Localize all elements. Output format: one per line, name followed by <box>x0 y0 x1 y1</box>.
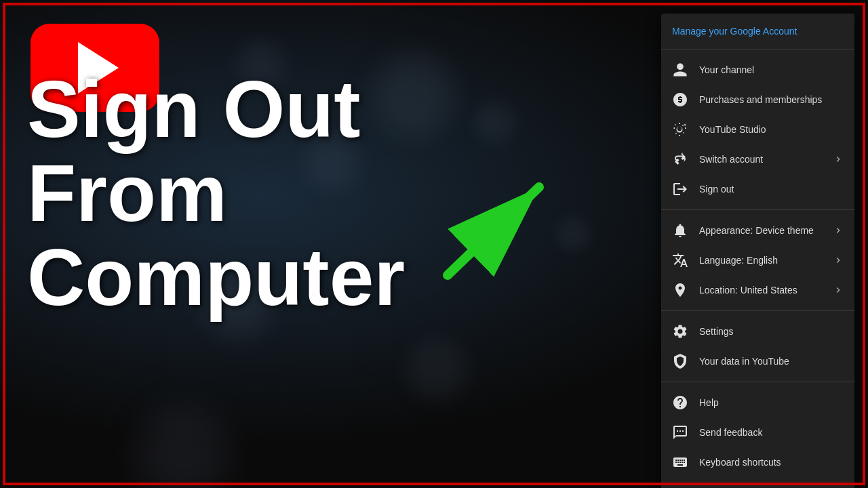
your-data-item[interactable]: Your data in YouTube <box>661 346 854 376</box>
theme-icon <box>672 222 688 239</box>
sign-out-label: Sign out <box>699 184 844 195</box>
language-item[interactable]: Language: English <box>661 245 854 275</box>
send-feedback-item[interactable]: Send feedback <box>661 418 854 447</box>
location-chevron-icon <box>833 285 844 296</box>
menu-section-2: Appearance: Device theme Language: Engli… <box>661 210 854 311</box>
main-text: Sign Out From Computer <box>27 68 405 320</box>
menu-section-3: Settings Your data in YouTube <box>661 311 854 382</box>
purchases-item[interactable]: Purchases and memberships <box>661 85 854 115</box>
signout-icon <box>672 181 688 197</box>
person-icon <box>672 62 688 78</box>
switch-account-chevron-icon <box>833 154 844 165</box>
studio-icon <box>672 121 688 138</box>
appearance-label: Appearance: Device theme <box>699 225 822 236</box>
youtube-studio-item[interactable]: YouTube Studio <box>661 115 854 144</box>
switch-account-item[interactable]: Switch account <box>661 144 854 174</box>
send-feedback-label: Send feedback <box>699 427 844 438</box>
settings-icon <box>672 323 688 340</box>
your-channel-item[interactable]: Your channel <box>661 55 854 85</box>
manage-account-label: Manage your Google Account <box>672 26 797 37</box>
switch-account-label: Switch account <box>699 154 822 165</box>
dollar-icon <box>672 92 688 108</box>
help-icon <box>672 394 688 411</box>
main-text-line2: From <box>27 152 405 236</box>
restricted-mode-section: Restricted Mode: Off <box>661 483 854 488</box>
language-label: Language: English <box>699 255 822 266</box>
keyboard-shortcuts-label: Keyboard shortcuts <box>699 457 844 468</box>
keyboard-shortcuts-item[interactable]: Keyboard shortcuts <box>661 447 854 477</box>
menu-section-1: Your channel Purchases and memberships Y… <box>661 49 854 210</box>
help-label: Help <box>699 397 844 408</box>
green-arrow <box>427 160 563 298</box>
location-label: Location: United States <box>699 285 822 296</box>
your-data-label: Your data in YouTube <box>699 356 844 367</box>
language-icon <box>672 252 688 268</box>
main-text-line1: Sign Out <box>27 68 405 152</box>
switch-icon <box>672 151 688 167</box>
settings-item[interactable]: Settings <box>661 317 854 346</box>
keyboard-icon <box>672 454 688 470</box>
sign-out-item[interactable]: Sign out <box>661 174 854 204</box>
dropdown-menu: Manage your Google Account Your channel … <box>661 14 854 488</box>
appearance-chevron-icon <box>833 225 844 236</box>
feedback-icon <box>672 424 688 441</box>
location-item[interactable]: Location: United States <box>661 275 854 305</box>
appearance-item[interactable]: Appearance: Device theme <box>661 216 854 245</box>
purchases-label: Purchases and memberships <box>699 94 844 105</box>
your-channel-label: Your channel <box>699 64 844 75</box>
manage-account-link[interactable]: Manage your Google Account <box>661 19 854 43</box>
svg-line-1 <box>448 187 539 275</box>
youtube-studio-label: YouTube Studio <box>699 124 844 135</box>
data-icon <box>672 353 688 369</box>
main-text-line3: Computer <box>27 236 405 320</box>
help-item[interactable]: Help <box>661 388 854 418</box>
settings-label: Settings <box>699 326 844 337</box>
language-chevron-icon <box>833 255 844 266</box>
location-icon <box>672 282 688 298</box>
menu-section-4: Help Send feedback Keyboard shortcuts <box>661 382 854 483</box>
manage-account-section: Manage your Google Account <box>661 14 854 49</box>
